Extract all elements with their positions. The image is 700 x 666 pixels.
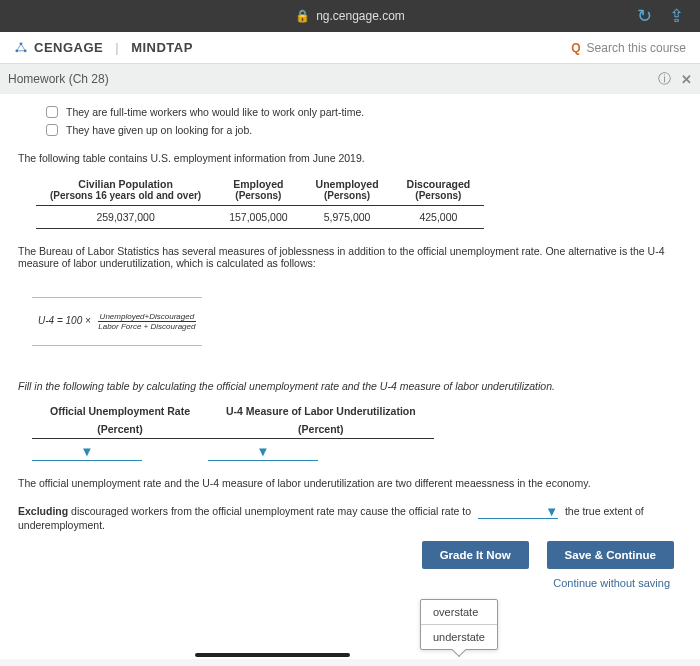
grade-button[interactable]: Grade It Now <box>422 541 529 569</box>
u4-formula: U-4 = 100 × Unemployed+Discouraged Labor… <box>32 297 202 346</box>
cell: 5,975,000 <box>302 206 393 229</box>
assignment-title: Homework (Ch 28) <box>8 72 109 86</box>
fill-subheader: (Percent) <box>32 420 208 439</box>
share-icon[interactable]: ⇪ <box>669 5 684 27</box>
cell: 259,037,000 <box>36 206 215 229</box>
table-row: 259,037,000 157,005,000 5,975,000 425,00… <box>36 206 484 229</box>
fill-prompt: Fill in the following table by calculati… <box>18 380 682 392</box>
continue-without-saving-link[interactable]: Continue without saving <box>18 577 682 589</box>
fill-table: Official Unemployment Rate U-4 Measure o… <box>32 402 434 461</box>
url-text: ng.cengage.com <box>316 9 405 23</box>
browser-address-bar: 🔒 ng.cengage.com ↻ ⇪ <box>0 0 700 32</box>
checkbox-label: They are full-time workers who would lik… <box>66 106 364 118</box>
brand: CENGAGE | MINDTAP <box>14 40 193 55</box>
search-icon: Q <box>571 41 580 55</box>
info-icon[interactable]: ⓘ <box>658 70 671 88</box>
col-header: Civilian Population <box>50 178 201 190</box>
chevron-down-icon: ▼ <box>257 444 270 459</box>
save-continue-button[interactable]: Save & Continue <box>547 541 674 569</box>
action-buttons: Grade It Now Save & Continue <box>18 541 682 569</box>
u4-dropdown[interactable]: ▼ <box>208 443 318 461</box>
sentence-1: The official unemployment rate and the U… <box>18 477 682 489</box>
chevron-down-icon: ▼ <box>545 504 558 519</box>
home-indicator <box>195 653 350 657</box>
extent-dropdown[interactable]: ▼ <box>478 505 558 519</box>
col-header: Discouraged <box>407 178 471 190</box>
formula-denominator: Labor Force + Discouraged <box>98 322 197 331</box>
checkbox-icon[interactable] <box>46 124 58 136</box>
sentence-2: Excluding discouraged workers from the o… <box>18 505 682 531</box>
table-intro: The following table contains U.S. employ… <box>18 152 682 164</box>
formula-fraction: Unemployed+Discouraged Labor Force + Dis… <box>98 312 197 331</box>
cengage-logo-icon <box>14 41 28 55</box>
menu-option-overstate[interactable]: overstate <box>421 600 497 624</box>
cell: 425,000 <box>393 206 485 229</box>
checkbox-label: They have given up on looking for a job. <box>66 124 252 136</box>
close-icon[interactable]: ✕ <box>681 72 692 87</box>
col-subheader: (Persons) <box>229 190 287 201</box>
assignment-subheader: Homework (Ch 28) ⓘ ✕ <box>0 64 700 94</box>
app-header: CENGAGE | MINDTAP Q Search this course <box>0 32 700 64</box>
formula-eq: = 100 × <box>57 315 94 326</box>
unemployment-rate-dropdown[interactable]: ▼ <box>32 443 142 461</box>
brand-mindtap: MINDTAP <box>131 40 193 55</box>
checkbox-option-1[interactable]: They are full-time workers who would lik… <box>46 106 682 118</box>
formula-lhs: U-4 <box>38 315 54 326</box>
content-area: They are full-time workers who would lik… <box>0 94 700 659</box>
reload-icon[interactable]: ↻ <box>637 5 652 27</box>
search-box[interactable]: Q Search this course <box>571 41 686 55</box>
brand-divider: | <box>115 40 119 55</box>
fill-header: Official Unemployment Rate <box>32 402 208 420</box>
fill-subheader: (Percent) <box>208 420 434 439</box>
cell: 157,005,000 <box>215 206 301 229</box>
lock-icon: 🔒 <box>295 9 310 23</box>
col-header: Employed <box>229 178 287 190</box>
col-header: Unemployed <box>316 178 379 190</box>
chevron-down-icon: ▼ <box>81 444 94 459</box>
brand-cengage: CENGAGE <box>34 40 103 55</box>
dropdown-menu: overstate understate <box>420 599 498 650</box>
checkbox-option-2[interactable]: They have given up on looking for a job. <box>46 124 682 136</box>
col-subheader: (Persons) <box>407 190 471 201</box>
checkbox-icon[interactable] <box>46 106 58 118</box>
bls-paragraph: The Bureau of Labor Statistics has sever… <box>18 245 682 269</box>
search-placeholder: Search this course <box>587 41 686 55</box>
col-subheader: (Persons 16 years old and over) <box>50 190 201 201</box>
fill-header: U-4 Measure of Labor Underutilization <box>208 402 434 420</box>
formula-numerator: Unemployed+Discouraged <box>98 312 197 322</box>
col-subheader: (Persons) <box>316 190 379 201</box>
employment-table: Civilian Population(Persons 16 years old… <box>36 174 484 229</box>
